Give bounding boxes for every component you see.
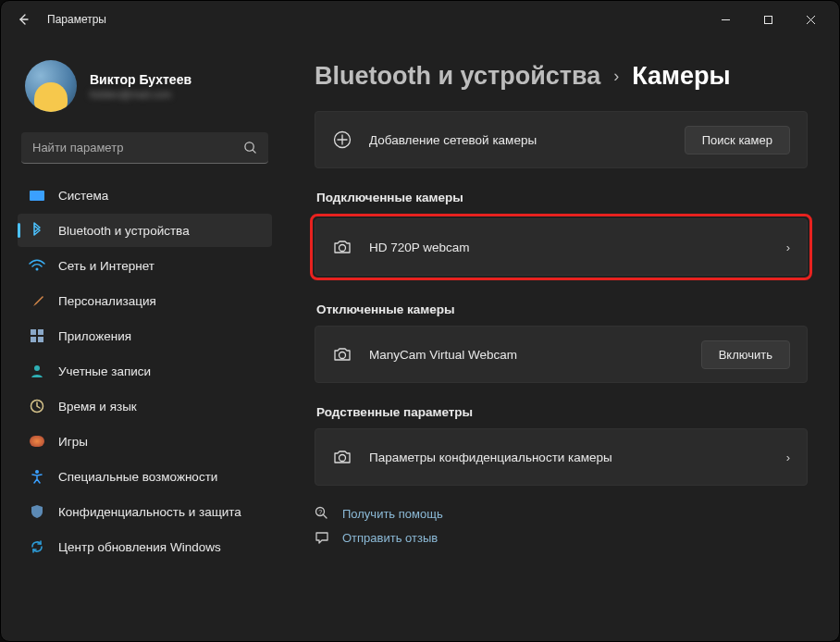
window-title: Параметры bbox=[47, 13, 106, 26]
get-help-link[interactable]: ? Получить помощь bbox=[315, 506, 808, 521]
search-icon bbox=[243, 141, 257, 154]
nav-label: Центр обновления Windows bbox=[58, 540, 221, 554]
nav-label: Конфиденциальность и защита bbox=[58, 505, 241, 519]
search-box[interactable] bbox=[21, 132, 268, 164]
svg-point-9 bbox=[35, 470, 39, 474]
section-related-title: Родственные параметры bbox=[316, 405, 808, 419]
nav-accounts[interactable]: Учетные записи bbox=[18, 354, 272, 388]
nav-label: Система bbox=[58, 189, 108, 203]
minimize-button[interactable] bbox=[704, 5, 747, 34]
add-network-camera-row: Добавление сетевой камеры Поиск камер bbox=[315, 111, 808, 168]
clock-icon bbox=[29, 398, 45, 414]
content: Bluetooth и устройства › Камеры Добавлен… bbox=[283, 38, 839, 641]
chevron-right-icon: › bbox=[613, 67, 619, 86]
nav-time[interactable]: Время и язык bbox=[18, 389, 272, 423]
maximize-icon bbox=[763, 15, 773, 25]
back-button[interactable] bbox=[8, 5, 38, 34]
apps-icon bbox=[29, 327, 45, 344]
svg-rect-4 bbox=[38, 329, 43, 335]
disabled-camera-row: ManyCam Virtual Webcam Включить bbox=[315, 326, 808, 383]
window-controls bbox=[704, 5, 832, 34]
plus-circle-icon bbox=[332, 130, 352, 150]
monitor-icon bbox=[29, 187, 45, 204]
svg-rect-5 bbox=[31, 337, 36, 342]
minimize-icon bbox=[721, 15, 731, 25]
camera-icon bbox=[332, 237, 352, 257]
wifi-icon bbox=[29, 257, 45, 274]
nav-apps[interactable]: Приложения bbox=[18, 319, 272, 352]
feedback-label: Отправить отзыв bbox=[342, 531, 438, 545]
svg-point-12 bbox=[340, 352, 346, 359]
nav: Система Bluetooth и устройства Сеть и Ин… bbox=[18, 179, 272, 563]
connected-camera-name: HD 720P webcam bbox=[369, 241, 470, 254]
nav-label: Bluetooth и устройства bbox=[58, 224, 190, 238]
privacy-row-label: Параметры конфиденциальности камеры bbox=[369, 451, 612, 464]
nav-personalization[interactable]: Персонализация bbox=[18, 284, 272, 317]
feedback-link[interactable]: Отправить отзыв bbox=[315, 530, 808, 545]
svg-point-11 bbox=[340, 245, 346, 252]
chevron-right-icon: › bbox=[786, 451, 790, 464]
svg-rect-0 bbox=[764, 16, 772, 23]
user-profile[interactable]: Виктор Бухтеев hidden@mail.com bbox=[18, 47, 272, 125]
nav-privacy[interactable]: Конфиденциальность и защита bbox=[18, 495, 272, 528]
nav-bluetooth[interactable]: Bluetooth и устройства bbox=[18, 214, 272, 247]
nav-update[interactable]: Центр обновления Windows bbox=[18, 530, 272, 563]
accessibility-icon bbox=[29, 468, 45, 485]
feedback-icon bbox=[315, 530, 331, 545]
camera-privacy-row[interactable]: Параметры конфиденциальности камеры › bbox=[315, 428, 808, 486]
svg-point-7 bbox=[34, 365, 40, 371]
maximize-button[interactable] bbox=[747, 5, 789, 34]
svg-point-2 bbox=[36, 268, 39, 271]
search-input[interactable] bbox=[32, 141, 243, 154]
close-button[interactable] bbox=[789, 5, 832, 34]
highlight-annotation: HD 720P webcam › bbox=[310, 214, 812, 280]
nav-label: Персонализация bbox=[58, 294, 156, 308]
update-icon bbox=[29, 538, 45, 555]
section-connected-title: Подключенные камеры bbox=[316, 191, 808, 204]
connected-camera-row[interactable]: HD 720P webcam › bbox=[315, 218, 808, 276]
nav-label: Приложения bbox=[58, 329, 131, 343]
brush-icon bbox=[29, 292, 45, 309]
breadcrumb-parent[interactable]: Bluetooth и устройства bbox=[315, 62, 600, 91]
svg-point-1 bbox=[245, 142, 253, 151]
nav-label: Время и язык bbox=[58, 400, 137, 414]
nav-games[interactable]: Игры bbox=[18, 425, 272, 458]
add-camera-label: Добавление сетевой камеры bbox=[369, 133, 537, 147]
breadcrumb: Bluetooth и устройства › Камеры bbox=[315, 62, 808, 91]
titlebar: Параметры bbox=[1, 1, 839, 38]
user-name: Виктор Бухтеев bbox=[90, 72, 191, 87]
user-email: hidden@mail.com bbox=[90, 89, 191, 100]
svg-rect-6 bbox=[38, 337, 43, 342]
avatar bbox=[25, 60, 77, 112]
search-cameras-button[interactable]: Поиск камер bbox=[685, 126, 790, 154]
camera-icon bbox=[332, 447, 352, 467]
sidebar: Виктор Бухтеев hidden@mail.com Система B… bbox=[1, 38, 283, 641]
nav-system[interactable]: Система bbox=[18, 179, 272, 212]
svg-text:?: ? bbox=[318, 509, 322, 515]
nav-label: Игры bbox=[58, 435, 88, 449]
nav-label: Специальные возможности bbox=[58, 470, 217, 484]
shield-icon bbox=[29, 503, 45, 520]
games-icon bbox=[29, 433, 45, 450]
breadcrumb-current: Камеры bbox=[632, 62, 730, 91]
bluetooth-icon bbox=[29, 222, 45, 239]
svg-rect-3 bbox=[31, 329, 36, 335]
footer-links: ? Получить помощь Отправить отзыв bbox=[315, 506, 808, 545]
disabled-camera-name: ManyCam Virtual Webcam bbox=[369, 348, 517, 362]
get-help-label: Получить помощь bbox=[342, 507, 443, 521]
camera-icon bbox=[332, 344, 352, 364]
arrow-left-icon bbox=[16, 12, 31, 27]
close-icon bbox=[806, 15, 816, 25]
nav-network[interactable]: Сеть и Интернет bbox=[18, 249, 272, 282]
user-icon bbox=[29, 363, 45, 379]
nav-accessibility[interactable]: Специальные возможности bbox=[18, 460, 272, 493]
help-icon: ? bbox=[315, 506, 331, 521]
nav-label: Сеть и Интернет bbox=[58, 259, 154, 273]
enable-camera-button[interactable]: Включить bbox=[701, 340, 790, 369]
settings-window: Параметры Виктор Бухтеев hidden@mail.com bbox=[0, 0, 840, 642]
nav-label: Учетные записи bbox=[58, 364, 151, 378]
svg-point-13 bbox=[340, 455, 346, 462]
chevron-right-icon: › bbox=[786, 241, 790, 254]
section-disabled-title: Отключенные камеры bbox=[316, 302, 808, 316]
